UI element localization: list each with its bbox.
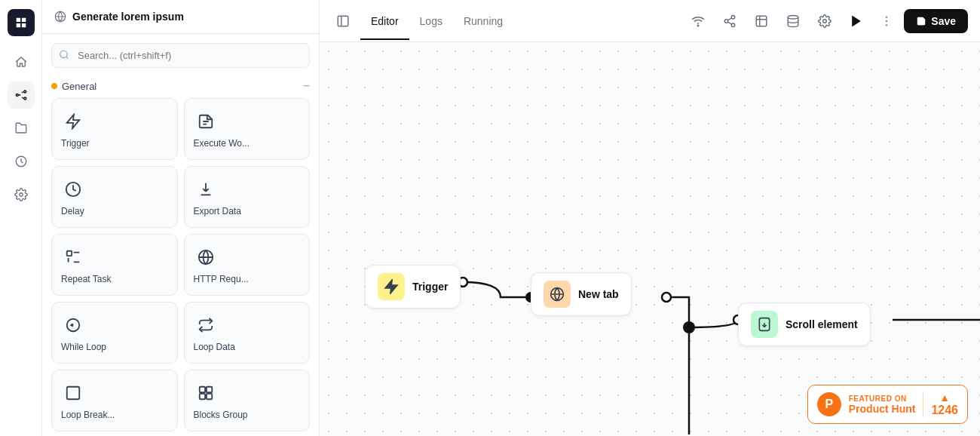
block-delay[interactable]: Delay (51, 166, 178, 228)
share-icon-button[interactable] (717, 8, 743, 34)
delay-icon (61, 177, 85, 201)
loop-data-icon (194, 313, 218, 337)
svg-point-31 (662, 293, 671, 302)
svg-rect-14 (206, 387, 211, 392)
nav-home[interactable] (8, 48, 35, 75)
ph-text: FEATURED ON Product Hunt (849, 395, 916, 415)
svg-point-28 (886, 24, 887, 26)
canvas[interactable]: Trigger New tab Scroll element P FEATURE… (320, 42, 980, 436)
ph-count-box: ▲ 1246 (923, 391, 958, 417)
connector-svg (320, 42, 980, 436)
logo-button[interactable] (8, 9, 35, 36)
block-label-export-data: Export Data (194, 206, 241, 216)
search-icon (59, 49, 69, 62)
svg-point-20 (725, 19, 729, 23)
block-label-trigger: Trigger (61, 138, 90, 149)
section-title: General (51, 81, 96, 92)
block-label-blocks-group: Blocks Group (194, 410, 248, 420)
svg-point-23 (789, 15, 799, 19)
svg-point-26 (886, 16, 887, 17)
panel-sidebar: Generate lorem ipsum General − Trigger E… (42, 0, 320, 436)
block-label-http-requ: HTTP Requ... (194, 274, 249, 284)
search-box (51, 43, 310, 68)
export-data-icon (194, 177, 218, 201)
block-label-loop-data: Loop Data (194, 342, 235, 352)
trigger-icon (61, 109, 85, 134)
globe-icon (54, 11, 66, 23)
tab-logs[interactable]: Logs (409, 9, 453, 33)
http-requ-icon (194, 245, 218, 269)
svg-point-21 (732, 23, 736, 27)
block-execute-wo[interactable]: Execute Wo... (184, 98, 311, 160)
search-input[interactable] (51, 43, 310, 68)
block-label-execute-wo: Execute Wo... (194, 138, 250, 149)
tab-editor[interactable]: Editor (360, 9, 409, 33)
nav-settings[interactable] (8, 181, 35, 208)
block-http-requ[interactable]: HTTP Requ... (184, 234, 311, 296)
wifi-icon-button[interactable] (685, 8, 711, 34)
svg-point-27 (886, 20, 887, 21)
ph-logo: P (817, 392, 841, 416)
svg-point-1 (23, 91, 26, 93)
more-options-button[interactable] (875, 10, 898, 32)
section-header: General − (42, 77, 319, 98)
svg-point-32 (683, 321, 695, 333)
node-trigger[interactable]: Trigger (365, 265, 461, 309)
svg-rect-17 (338, 16, 348, 26)
block-label-repeat-task: Repeat Task (61, 274, 112, 284)
sidebar-toggle-button[interactable] (332, 10, 354, 32)
svg-point-0 (16, 94, 18, 97)
scroll-element-node-icon (751, 311, 778, 338)
node-new-tab[interactable]: New tab (531, 272, 632, 316)
svg-point-4 (19, 193, 23, 197)
blocks-group-icon (194, 381, 218, 405)
settings-icon-button[interactable] (812, 8, 838, 34)
block-export-data[interactable]: Export Data (184, 166, 311, 228)
block-label-while-loop: While Loop (61, 342, 106, 352)
table-icon-button[interactable] (749, 8, 774, 34)
save-button[interactable]: Save (904, 9, 968, 33)
svg-point-18 (698, 25, 700, 26)
svg-rect-9 (67, 251, 72, 256)
top-bar: Editor Logs Running (320, 0, 980, 42)
run-button[interactable] (844, 8, 869, 34)
node-label-trigger: Trigger (412, 281, 448, 293)
panel-title: Generate lorem ipsum (72, 11, 184, 23)
new-tab-node-icon (544, 281, 571, 308)
svg-rect-22 (757, 16, 767, 26)
panel-header: Generate lorem ipsum (42, 0, 319, 34)
nav-history[interactable] (8, 148, 35, 175)
tab-group: Editor Logs Running (360, 9, 513, 33)
execute-wo-icon (194, 109, 218, 134)
block-loop-data[interactable]: Loop Data (184, 302, 311, 364)
product-hunt-badge[interactable]: P FEATURED ON Product Hunt ▲ 1246 (807, 385, 968, 424)
trigger-node-icon (378, 273, 405, 300)
svg-marker-34 (386, 281, 397, 293)
svg-point-19 (732, 15, 736, 19)
svg-marker-7 (67, 115, 80, 128)
svg-point-24 (823, 19, 827, 23)
database-icon-button[interactable] (780, 8, 806, 34)
block-label-delay: Delay (61, 206, 84, 216)
icon-sidebar (0, 0, 42, 436)
block-blocks-group[interactable]: Blocks Group (184, 370, 311, 431)
ph-arrow-icon: ▲ (939, 391, 950, 404)
svg-rect-12 (67, 387, 80, 400)
nav-files[interactable] (8, 115, 35, 142)
nav-workflow[interactable] (8, 81, 35, 109)
while-loop-icon (61, 313, 85, 337)
block-while-loop[interactable]: While Loop (51, 302, 178, 364)
ph-name: Product Hunt (849, 403, 916, 415)
svg-marker-25 (852, 15, 861, 26)
collapse-button[interactable]: − (303, 80, 310, 92)
node-label-scroll-element: Scroll element (786, 318, 858, 330)
block-label-loop-break: Loop Break... (61, 410, 115, 420)
svg-point-2 (23, 97, 26, 100)
block-trigger[interactable]: Trigger (51, 98, 178, 160)
block-loop-break[interactable]: Loop Break... (51, 370, 178, 431)
status-dot (51, 83, 57, 89)
main-area: Editor Logs Running (320, 0, 980, 436)
tab-running[interactable]: Running (453, 9, 513, 33)
node-scroll-element[interactable]: Scroll element (738, 302, 871, 346)
block-repeat-task[interactable]: Repeat Task (51, 234, 178, 296)
